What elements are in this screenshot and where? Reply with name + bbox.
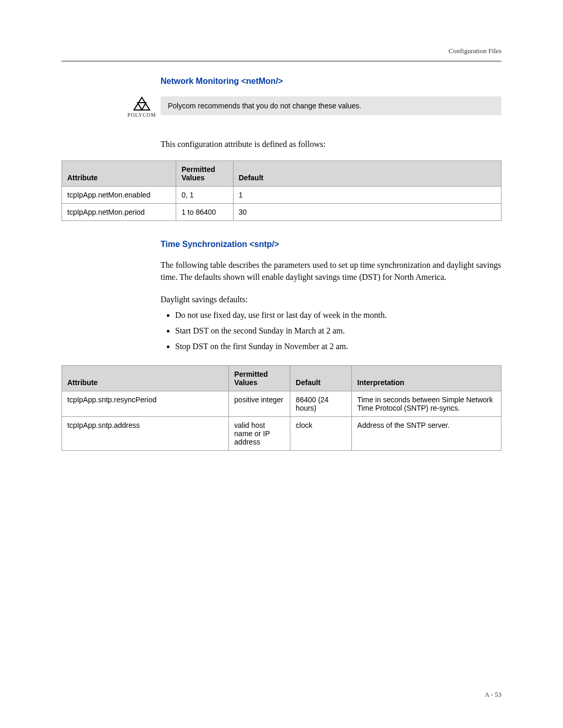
cell-perm: 1 to 86400 [176,204,234,221]
table-header-row: Attribute Permitted Values Default Inter… [62,366,501,391]
list-item: Stop DST on the first Sunday in November… [175,340,501,353]
th-interpretation: Interpretation [352,366,501,391]
th-permitted-values: Permitted Values [229,366,290,391]
cell-attr: tcpIpApp.netMon.period [62,204,176,221]
table-row: tcpIpApp.netMon.enabled 0, 1 1 [62,187,501,204]
cell-attr: tcpIpApp.sntp.address [62,417,229,451]
list-item: Do not use fixed day, use first or last … [175,309,501,322]
page-number: A - 53 [485,690,502,699]
th-default: Default [290,366,352,391]
sntp-defaults-label: Daylight savings defaults: [161,295,248,304]
th-attribute: Attribute [62,366,229,391]
cell-def: 1 [233,187,501,204]
th-attribute: Attribute [62,161,176,187]
cell-interp: Address of the SNTP server. [352,417,501,451]
cell-perm: valid host name or IP address [229,417,290,451]
heading-sntp: Time Synchronization <sntp/> [161,240,501,249]
cell-def: clock [290,417,352,451]
table-row: tcpIpApp.netMon.period 1 to 86400 30 [62,204,501,221]
cell-perm: 0, 1 [176,187,234,204]
sntp-table: Attribute Permitted Values Default Inter… [62,365,501,451]
cell-attr: tcpIpApp.sntp.resyncPeriod [62,391,229,417]
cell-interp: Time in seconds between Simple Network T… [352,391,501,417]
polycom-logo-icon [133,96,151,111]
th-permitted-values: Permitted Values [176,161,234,187]
netmon-table: Attribute Permitted Values Default tcpIp… [62,161,501,221]
running-header: Configuration Files [62,47,501,55]
netmon-intro: This configuration attribute is defined … [161,139,501,150]
cell-attr: tcpIpApp.netMon.enabled [62,187,176,204]
cell-def: 30 [233,204,501,221]
netmon-note-box: Polycom recommends that you do not chang… [161,96,501,115]
polycom-logo: POLYCOM [123,96,161,118]
cell-def: 86400 (24 hours) [290,391,352,417]
sntp-intro: The following table describes the parame… [161,260,501,283]
sntp-bullet-list: Do not use fixed day, use first or last … [161,309,501,353]
th-default: Default [233,161,501,187]
header-rule [62,60,501,62]
svg-marker-0 [134,97,150,110]
heading-netmon: Network Monitoring <netMon/> [161,77,501,86]
polycom-logo-text: POLYCOM [128,112,156,118]
table-row: tcpIpApp.sntp.address valid host name or… [62,417,501,451]
table-header-row: Attribute Permitted Values Default [62,161,501,187]
table-row: tcpIpApp.sntp.resyncPeriod positive inte… [62,391,501,417]
list-item: Start DST on the second Sunday in March … [175,325,501,337]
cell-perm: positive integer [229,391,290,417]
svg-marker-1 [138,103,146,110]
